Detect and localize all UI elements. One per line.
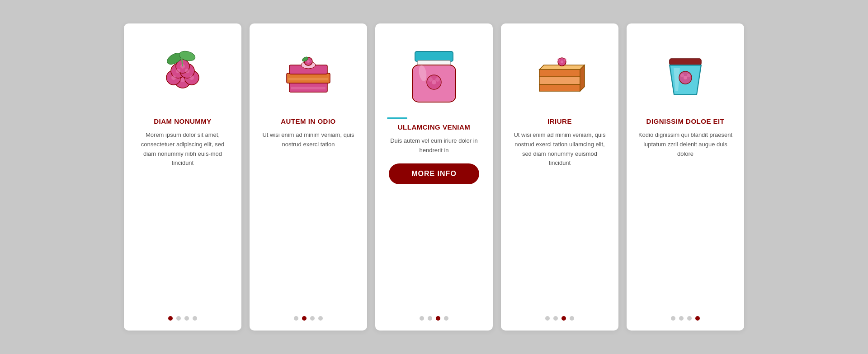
card-4-dots [545,312,574,321]
dot [176,316,181,321]
card-1-title: DIAM NONUMMY [154,117,212,125]
dot [420,316,424,321]
dot [168,316,173,321]
svg-point-7 [171,75,176,80]
svg-point-32 [435,77,440,82]
svg-point-47 [684,76,687,79]
active-underline [387,117,407,119]
svg-marker-34 [539,77,580,84]
dot [679,316,684,321]
svg-rect-16 [291,87,326,89]
svg-point-22 [307,60,310,63]
dot [184,316,189,321]
card-5-title: DIGNISSIM DOLOE EIT [646,117,725,125]
more-info-button[interactable]: MORE INFO [389,163,479,184]
dot [302,316,307,321]
card-4: IRIURE Ut wisi enim ad minim veniam, qui… [501,23,618,331]
svg-rect-42 [670,59,701,65]
cake-icon [272,37,344,109]
card-5-text: Kodio dignissim qui blandit praesent lup… [637,130,734,158]
svg-point-40 [557,58,560,61]
card-1-dots [168,312,197,321]
card-1-text: Morem ipsum dolor sit amet, consectetuer… [134,130,231,168]
card-2-dots [294,312,323,321]
svg-point-8 [189,75,194,80]
svg-point-9 [176,69,180,73]
svg-point-6 [180,78,185,82]
jam-jar-icon [398,37,470,109]
card-4-title: IRIURE [547,117,572,125]
card-2-text: Ut wisi enim ad minim veniam, quis nostr… [259,130,357,149]
card-4-text: Ut wisi enim ad minim veniam, quis nostr… [511,130,609,168]
dot [444,316,448,321]
dot [310,316,315,321]
baklava-icon [524,37,596,109]
svg-point-49 [687,74,690,77]
dot [193,316,197,321]
raspberry-icon [146,37,219,109]
dot [570,316,574,321]
card-5-dots [671,312,700,321]
svg-rect-24 [415,51,453,61]
svg-point-41 [564,58,566,61]
card-2: AUTEM IN ODIO Ut wisi enim ad minim veni… [250,23,367,331]
svg-point-30 [432,80,436,84]
svg-point-10 [185,69,189,73]
svg-marker-33 [539,84,580,91]
svg-point-31 [428,77,433,82]
dot [695,316,700,321]
dot [553,316,558,321]
card-3-dots [420,312,448,321]
card-2-title: AUTEM IN ODIO [281,117,336,125]
svg-point-48 [680,74,684,77]
yogurt-cup-icon [649,37,722,109]
card-1: DIAM NONUMMY Morem ipsum dolor sit amet,… [124,23,241,331]
card-3: ULLAMCING VENIAM Duis autem vel eum iriu… [375,23,493,331]
svg-point-39 [561,61,563,63]
dot [561,316,566,321]
card-5: DIGNISSIM DOLOE EIT Kodio dignissim qui … [627,23,744,331]
dot [545,316,550,321]
dot [671,316,675,321]
svg-marker-35 [539,70,580,77]
dot [687,316,692,321]
dot [428,316,432,321]
dot [436,316,440,321]
card-3-text: Duis autem vel eum iriure dolor in hendr… [385,136,483,155]
dot [318,316,323,321]
cards-container: DIAM NONUMMY Morem ipsum dolor sit amet,… [97,5,771,349]
svg-marker-37 [580,65,585,91]
dot [294,316,298,321]
card-3-title: ULLAMCING VENIAM [398,123,471,131]
svg-rect-18 [288,78,328,80]
